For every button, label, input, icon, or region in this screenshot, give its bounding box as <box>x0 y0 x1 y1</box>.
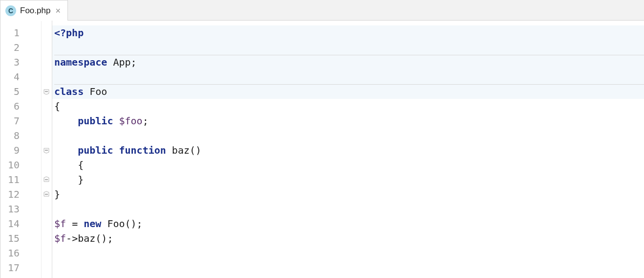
line-number: 9 <box>0 143 41 158</box>
code-token: namespace <box>54 56 107 68</box>
line-number: 1 <box>0 25 41 40</box>
line-number: 5 <box>0 84 41 99</box>
close-icon[interactable]: × <box>54 6 62 15</box>
tab-filename: Foo.php <box>20 6 50 16</box>
code-line[interactable] <box>52 260 644 275</box>
class-icon: C <box>5 5 16 16</box>
code-token: function <box>119 144 166 156</box>
code-token: { <box>54 100 60 112</box>
line-number-gutter: 1234567891011121314151617 <box>0 21 42 278</box>
code-token: public <box>78 144 113 156</box>
line-number: 3 <box>0 55 41 70</box>
line-number: 15 <box>0 231 41 246</box>
fold-open-icon[interactable] <box>43 88 50 95</box>
fold-close-icon[interactable] <box>43 176 50 183</box>
code-token: } <box>54 188 60 200</box>
line-number: 7 <box>0 114 41 128</box>
code-line[interactable]: public $foo; <box>52 114 644 128</box>
code-token: Foo(); <box>101 218 142 230</box>
line-number: 16 <box>0 246 41 260</box>
code-line[interactable]: } <box>52 187 644 202</box>
code-token: { <box>54 159 84 171</box>
code-token: Foo <box>84 86 107 97</box>
code-token: $foo <box>119 115 142 127</box>
line-number: 2 <box>0 40 41 55</box>
code-token <box>54 144 78 156</box>
code-line[interactable]: { <box>52 158 644 172</box>
code-line[interactable] <box>52 246 644 260</box>
code-token: $f <box>54 232 66 244</box>
line-number: 6 <box>0 99 41 114</box>
line-number: 4 <box>0 70 41 84</box>
tab-bar: C Foo.php × <box>0 0 644 21</box>
code-token: } <box>54 174 84 185</box>
code-token <box>113 144 119 156</box>
code-line[interactable] <box>52 128 644 143</box>
code-token: baz() <box>166 144 201 156</box>
code-line[interactable] <box>52 40 644 55</box>
line-number: 13 <box>0 202 41 216</box>
code-line[interactable]: <?php <box>52 25 644 40</box>
code-editor[interactable]: 1234567891011121314151617 <?phpnamespace… <box>0 21 644 278</box>
code-token: new <box>84 218 101 230</box>
code-token: class <box>54 86 84 97</box>
code-line[interactable] <box>52 70 644 84</box>
code-token: public <box>78 115 113 127</box>
code-token: <?php <box>54 27 84 39</box>
line-number: 11 <box>0 172 41 187</box>
code-line[interactable] <box>52 202 644 216</box>
code-token <box>113 115 119 127</box>
code-token: = <box>66 218 84 230</box>
fold-close-icon[interactable] <box>43 191 50 198</box>
line-number: 8 <box>0 128 41 143</box>
code-token <box>54 115 78 127</box>
fold-open-icon[interactable] <box>43 147 50 154</box>
file-tab[interactable]: C Foo.php × <box>0 0 68 21</box>
ide-window: C Foo.php × 1234567891011121314151617 <?… <box>0 0 644 278</box>
code-line[interactable]: { <box>52 99 644 114</box>
code-line[interactable]: } <box>52 172 644 187</box>
line-number: 10 <box>0 158 41 172</box>
code-line[interactable]: public function baz() <box>52 143 644 158</box>
code-line[interactable]: $f = new Foo(); <box>52 216 644 231</box>
code-token: App; <box>107 56 136 68</box>
line-number: 12 <box>0 187 41 202</box>
code-area[interactable]: <?phpnamespace App;class Foo{ public $fo… <box>52 21 644 278</box>
fold-gutter <box>42 21 52 278</box>
line-number: 14 <box>0 216 41 231</box>
section-separator <box>54 55 644 55</box>
code-token: ; <box>143 115 149 127</box>
code-line[interactable]: $f->baz(); <box>52 231 644 246</box>
code-token: $f <box>54 218 66 230</box>
line-number: 17 <box>0 260 41 275</box>
code-line[interactable]: class Foo <box>52 84 644 99</box>
section-separator <box>54 84 644 85</box>
code-line[interactable]: namespace App; <box>52 55 644 70</box>
code-token: ->baz(); <box>66 232 113 244</box>
